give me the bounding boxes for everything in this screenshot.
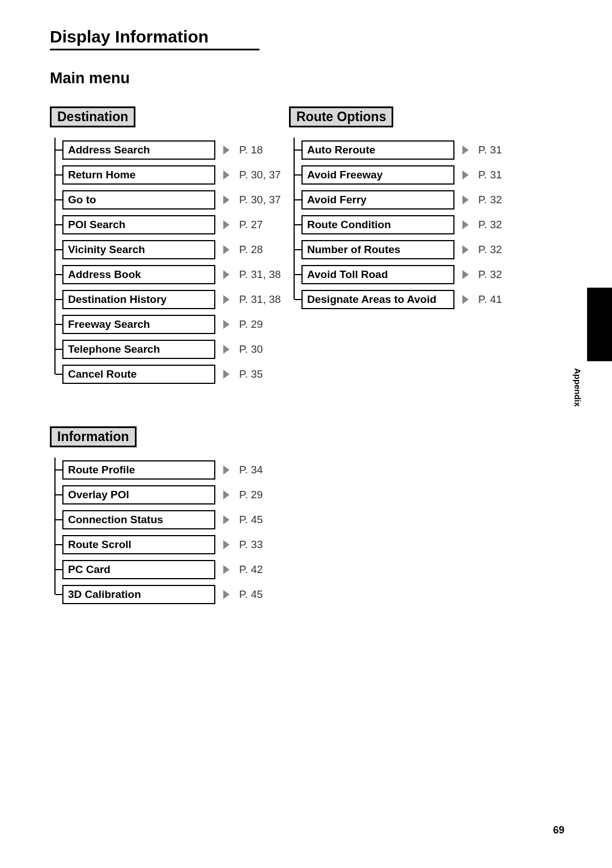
tree-tick [56,594,62,595]
tree-tick [56,149,62,151]
page-ref: P. 33 [239,538,263,551]
list-item: PC CardP. 42 [56,557,277,582]
page-ref: P. 45 [239,588,263,601]
tree-tick [56,544,62,545]
list-item: Vicinity SearchP. 28 [56,237,277,262]
tree-tick [295,224,301,225]
arrow-icon [462,270,475,279]
section-route-options: Route Options Auto RerouteP. 31 Avoid Fr… [289,106,516,312]
arrow-icon [223,270,236,279]
tree-tick [295,199,301,200]
arrow-icon [462,245,475,254]
page-ref: P. 32 [478,194,502,206]
item-label: Avoid Freeway [301,165,454,185]
section-information: Information Route ProfileP. 34 Overlay P… [50,426,277,607]
tree-tick [295,174,301,176]
page-ref: P. 45 [239,514,263,526]
list-item: Avoid FreewayP. 31 [295,163,516,187]
list-item: Address SearchP. 18 [56,138,277,163]
arrow-icon [223,245,236,254]
tree-tick [56,274,62,275]
list-item: Connection StatusP. 45 [56,507,277,532]
item-label: Designate Areas to Avoid [301,290,454,309]
page-ref: P. 32 [478,219,502,231]
list-item: Auto RerouteP. 31 [295,138,516,163]
arrow-icon [462,220,475,229]
page-ref: P. 30, 37 [239,169,281,181]
arrow-icon [223,590,236,599]
tree-tick [56,324,62,325]
arrow-icon [223,220,236,229]
arrow-icon [223,345,236,354]
item-label: Avoid Ferry [301,190,454,209]
columns: Destination Address SearchP. 18 Return H… [50,93,567,607]
item-label: PC Card [62,560,215,579]
list-item: Telephone SearchP. 30 [56,337,277,362]
page-ref: P. 32 [478,268,502,281]
arrow-icon [462,170,475,179]
tree-tick [56,569,62,570]
tree-tick [56,299,62,300]
list-item: Cancel RouteP. 35 [56,362,277,387]
page-ref: P. 41 [478,293,502,306]
tree-tick [295,149,301,151]
right-column: Route Options Auto RerouteP. 31 Avoid Fr… [289,93,516,607]
arrow-icon [462,295,475,304]
tree-tick [56,519,62,520]
page-ref: P. 31 [478,144,502,156]
item-label: Number of Routes [301,240,454,259]
item-label: Avoid Toll Road [301,265,454,284]
arrow-icon [223,565,236,574]
tree-tick [56,494,62,495]
page-ref: P. 31 [478,169,502,181]
tree-destination: Address SearchP. 18 Return HomeP. 30, 37… [54,138,277,387]
page-title: Display Information [50,27,260,50]
section-header-information: Information [50,426,137,447]
arrow-icon [223,146,236,155]
item-label: Overlay POI [62,485,215,504]
item-label: POI Search [62,215,215,234]
tree-tick [56,469,62,471]
page-ref: P. 29 [239,489,263,501]
arrow-icon [223,370,236,379]
tree-information: Route ProfileP. 34 Overlay POIP. 29 Conn… [54,457,277,607]
arrow-icon [223,295,236,304]
page-ref: P. 28 [239,243,263,256]
item-label: Connection Status [62,510,215,529]
arrow-icon [462,195,475,204]
list-item: Destination HistoryP. 31, 38 [56,287,277,312]
page-ref: P. 31, 38 [239,293,281,306]
page-ref: P. 34 [239,464,263,476]
page-subtitle: Main menu [50,70,567,87]
tree-tick [56,374,62,375]
item-label: 3D Calibration [62,585,215,604]
tree-tick [295,274,301,275]
arrow-icon [223,320,236,329]
item-label: Cancel Route [62,365,215,384]
item-label: Destination History [62,290,215,309]
side-tab-label: Appendix [573,368,583,407]
list-item: Overlay POIP. 29 [56,482,277,507]
list-item: 3D CalibrationP. 45 [56,582,277,607]
item-label: Address Book [62,265,215,284]
arrow-icon [223,540,236,549]
item-label: Return Home [62,165,215,185]
page-ref: P. 30, 37 [239,194,281,206]
list-item: Avoid Toll RoadP. 32 [295,262,516,287]
arrow-icon [223,490,236,499]
section-header-route-options: Route Options [289,106,393,127]
tree-tick [56,349,62,350]
arrow-icon [462,146,475,155]
list-item: Return HomeP. 30, 37 [56,163,277,187]
arrow-icon [223,515,236,524]
tree-tick [295,249,301,250]
page-ref: P. 29 [239,318,263,331]
tree-tick [56,224,62,225]
list-item: Freeway SearchP. 29 [56,312,277,337]
tree-tick [295,299,301,300]
list-item: POI SearchP. 27 [56,212,277,237]
arrow-icon [223,195,236,204]
list-item: Route ProfileP. 34 [56,457,277,482]
item-label: Route Condition [301,215,454,234]
item-label: Route Profile [62,460,215,480]
